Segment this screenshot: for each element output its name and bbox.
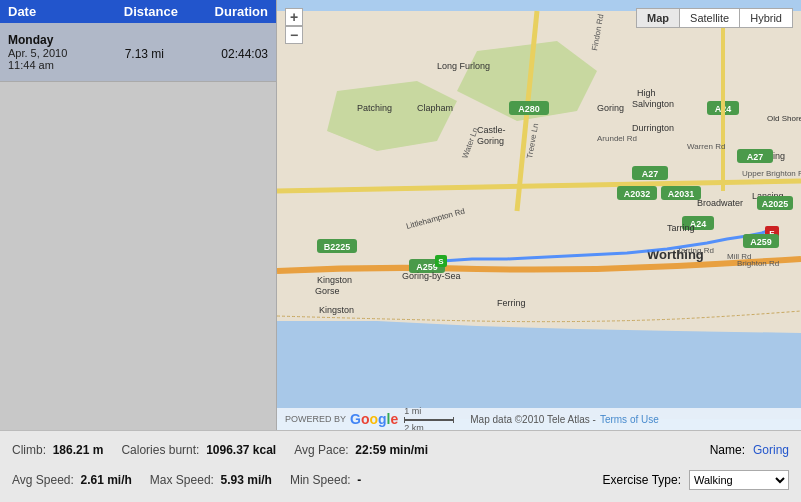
max-speed-value: 5.93 mi/h — [221, 473, 272, 487]
svg-text:A2032: A2032 — [624, 189, 651, 199]
svg-text:Brighton Rd: Brighton Rd — [737, 259, 779, 268]
top-section: Date Distance Duration Monday Apr. 5, 20… — [0, 0, 801, 430]
map-type-hybrid[interactable]: Hybrid — [740, 9, 792, 27]
svg-text:Gorse: Gorse — [315, 286, 340, 296]
svg-text:Warren Rd: Warren Rd — [687, 142, 725, 151]
avg-pace-label: Avg Pace: — [294, 443, 348, 457]
activity-distance: 7.13 mi — [125, 47, 164, 61]
svg-text:Kingston: Kingston — [319, 305, 354, 315]
max-speed-label: Max Speed: — [150, 473, 214, 487]
activity-row[interactable]: Monday Apr. 5, 2010 11:44 am 7.13 mi 02:… — [0, 23, 276, 82]
min-speed-label: Min Speed: — [290, 473, 351, 487]
avg-pace-stat: Avg Pace: 22:59 min/mi — [294, 443, 428, 457]
svg-text:Old Shoreha...: Old Shoreha... — [767, 114, 801, 123]
svg-text:Arundel Rd: Arundel Rd — [597, 134, 637, 143]
col-duration-header: Duration — [178, 4, 268, 19]
name-value-link[interactable]: Goring — [753, 443, 789, 457]
zoom-out-button[interactable]: − — [285, 26, 303, 44]
svg-text:Goring-by-Sea: Goring-by-Sea — [402, 271, 461, 281]
svg-text:A27: A27 — [747, 152, 764, 162]
activity-day: Monday — [8, 33, 67, 47]
climb-value: 186.21 m — [53, 443, 104, 457]
activity-time: 11:44 am — [8, 59, 67, 71]
svg-text:Goring: Goring — [597, 103, 624, 113]
col-distance-header: Distance — [88, 4, 178, 19]
svg-text:B2225: B2225 — [324, 242, 351, 252]
svg-text:Goring: Goring — [477, 136, 504, 146]
col-date-header: Date — [8, 4, 88, 19]
svg-text:Salvington: Salvington — [632, 99, 674, 109]
svg-text:Durrington: Durrington — [632, 123, 674, 133]
map-zoom-controls: + − — [285, 8, 303, 44]
svg-text:Broadwater: Broadwater — [697, 198, 743, 208]
climb-label: Climb: — [12, 443, 46, 457]
avg-pace-value: 22:59 min/mi — [355, 443, 428, 457]
avg-speed-label: Avg Speed: — [12, 473, 74, 487]
svg-text:A2031: A2031 — [668, 189, 695, 199]
terms-of-use-link[interactable]: Terms of Use — [600, 414, 659, 425]
svg-text:Clapham: Clapham — [417, 103, 453, 113]
exercise-label: Exercise Type: — [603, 473, 681, 487]
activity-duration: 02:44:03 — [221, 47, 268, 61]
svg-text:Castle-: Castle- — [477, 125, 506, 135]
svg-text:A2025: A2025 — [762, 199, 789, 209]
zoom-in-button[interactable]: + — [285, 8, 303, 26]
map-area: Map Satellite Hybrid + − — [277, 0, 801, 430]
svg-text:A259: A259 — [750, 237, 772, 247]
svg-text:Ferring: Ferring — [497, 298, 526, 308]
svg-text:High: High — [637, 88, 656, 98]
powered-by-text: POWERED BY — [285, 414, 346, 424]
avg-speed-value: 2.61 mi/h — [81, 473, 132, 487]
name-label: Name: — [710, 443, 745, 457]
map-svg: A280 A27 A24 A24 A2032 A2031 — [277, 0, 801, 430]
left-panel: Date Distance Duration Monday Apr. 5, 20… — [0, 0, 277, 430]
min-speed-value: - — [357, 473, 361, 487]
map-type-satellite[interactable]: Satellite — [680, 9, 740, 27]
scale-bar: 1 mi 2 km — [404, 406, 454, 431]
svg-text:Upper Brighton Rd: Upper Brighton Rd — [742, 169, 801, 178]
google-logo: Google — [350, 411, 398, 427]
svg-text:A280: A280 — [518, 104, 540, 114]
stats-row-1: Climb: 186.21 m Calories burnt: 1096.37 … — [12, 443, 789, 457]
bottom-stats-bar: Climb: 186.21 m Calories burnt: 1096.37 … — [0, 430, 801, 502]
climb-stat: Climb: 186.21 m — [12, 443, 103, 457]
app-container: Date Distance Duration Monday Apr. 5, 20… — [0, 0, 801, 502]
svg-text:A27: A27 — [642, 169, 659, 179]
svg-text:Tarring: Tarring — [667, 223, 695, 233]
min-speed-stat: Min Speed: - — [290, 473, 361, 487]
column-header: Date Distance Duration — [0, 0, 276, 23]
map-attribution: POWERED BY Google 1 mi 2 km Map data ©20… — [277, 408, 801, 430]
stats-row-2: Avg Speed: 2.61 mi/h Max Speed: 5.93 mi/… — [12, 470, 789, 490]
left-spacer — [0, 82, 276, 430]
calories-label: Calories burnt: — [121, 443, 199, 457]
map-type-controls: Map Satellite Hybrid — [636, 8, 793, 28]
avg-speed-stat: Avg Speed: 2.61 mi/h — [12, 473, 132, 487]
exercise-type-select[interactable]: Walking Running Cycling Hiking — [689, 470, 789, 490]
map-data-text: Map data ©2010 Tele Atlas - — [470, 414, 596, 425]
svg-text:Patching: Patching — [357, 103, 392, 113]
max-speed-stat: Max Speed: 5.93 mi/h — [150, 473, 272, 487]
calories-value: 1096.37 kcal — [206, 443, 276, 457]
calories-stat: Calories burnt: 1096.37 kcal — [121, 443, 276, 457]
activity-date: Apr. 5, 2010 — [8, 47, 67, 59]
map-type-map[interactable]: Map — [637, 9, 680, 27]
svg-text:Kingston: Kingston — [317, 275, 352, 285]
svg-text:S: S — [438, 257, 444, 266]
svg-text:Long Furlong: Long Furlong — [437, 61, 490, 71]
